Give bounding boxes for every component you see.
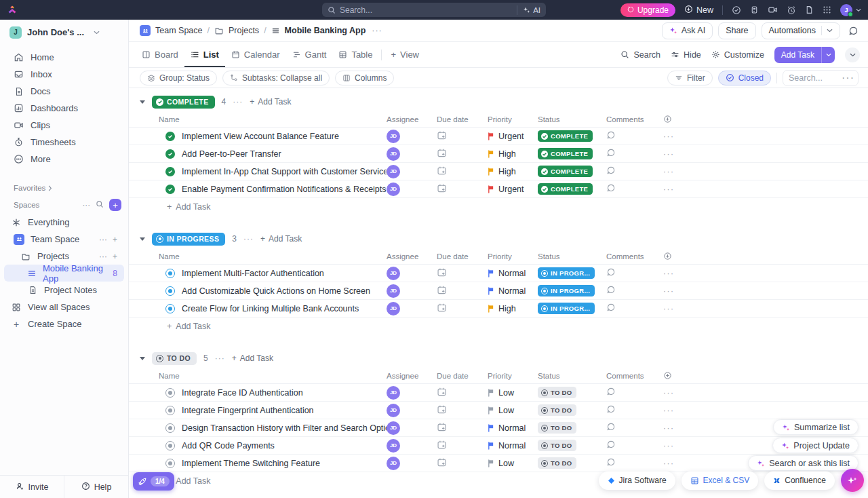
jira-software-button[interactable]: Jira Software	[599, 472, 675, 490]
task-name-cell[interactable]: Implement In-App Chat Support with Custo…	[165, 167, 387, 176]
trial-progress-badge[interactable]: 1/4	[133, 472, 174, 491]
status-badge[interactable]: IN PROGR...	[538, 267, 595, 279]
favorites-section[interactable]: Favorites	[0, 180, 128, 196]
confluence-button[interactable]: Confluence	[764, 472, 835, 490]
task-status-icon[interactable]	[165, 185, 175, 194]
priority-cell[interactable]: Normal	[488, 286, 538, 296]
priority-cell[interactable]: Normal	[488, 269, 538, 278]
status-badge[interactable]: IN PROGR...	[538, 303, 595, 314]
row-menu-icon[interactable]: ···	[663, 167, 684, 176]
ask-ai-button[interactable]: Ask AI	[662, 22, 713, 39]
list-search-button[interactable]: Search	[620, 50, 660, 60]
row-menu-icon[interactable]: ···	[663, 304, 684, 313]
task-name[interactable]: Enable Payment Confirmation Notification…	[182, 185, 387, 194]
column-comments[interactable]: Comments	[606, 252, 663, 261]
task-name[interactable]: Implement View Account Balance Feature	[182, 132, 339, 141]
task-name[interactable]: Implement In-App Chat Support with Custo…	[182, 167, 387, 176]
tab-table[interactable]: Table	[332, 42, 378, 67]
sidebar-item-team-space[interactable]: Team Space ···+	[4, 231, 124, 248]
task-row[interactable]: Implement View Account Balance Feature J…	[129, 128, 868, 145]
sidebar-item-project-notes[interactable]: Project Notes	[4, 282, 124, 299]
task-name-cell[interactable]: Add QR Code Payments	[165, 441, 387, 451]
status-cell[interactable]: COMPLETE	[538, 166, 606, 177]
due-date-cell[interactable]	[437, 422, 488, 434]
column-comments[interactable]: Comments	[606, 115, 663, 123]
sidebar-item-timesheets[interactable]: Timesheets	[0, 134, 128, 151]
task-status-icon[interactable]	[165, 423, 175, 433]
column-due-date[interactable]: Due date	[437, 115, 488, 123]
group-more-icon[interactable]: ···	[215, 353, 225, 363]
sidebar-item-clips[interactable]: Clips	[0, 117, 128, 134]
task-status-icon[interactable]	[165, 406, 175, 415]
status-badge[interactable]: TO DO	[538, 457, 576, 469]
task-name[interactable]: Add Peer-to-Peer Transfer	[182, 149, 281, 159]
status-badge[interactable]: TO DO	[538, 422, 576, 434]
topbar-ai-button[interactable]: AI	[517, 5, 540, 15]
task-name[interactable]: Create Flow for Linking Multiple Bank Ac…	[182, 304, 359, 313]
assignee-cell[interactable]: JD	[387, 457, 437, 470]
task-row[interactable]: Integrate Fingerprint Authentication JD …	[129, 402, 868, 419]
upgrade-button[interactable]: Upgrade	[620, 3, 675, 17]
status-cell[interactable]: TO DO	[538, 422, 606, 434]
customize-button[interactable]: Customize	[711, 50, 764, 60]
team-space-add-icon[interactable]: +	[113, 235, 117, 244]
add-task-button[interactable]: Add Task	[774, 47, 835, 63]
notepad-icon[interactable]	[750, 5, 759, 14]
sidebar-item-everything[interactable]: Everything	[4, 214, 124, 231]
status-cell[interactable]: TO DO	[538, 457, 606, 470]
priority-cell[interactable]: Normal	[488, 423, 538, 433]
due-date-cell[interactable]	[437, 148, 488, 160]
subtasks-button[interactable]: Subtasks: Collapse all	[222, 71, 330, 85]
comments-cell[interactable]	[606, 303, 663, 314]
task-name[interactable]: Add Customizable Quick Actions on Home S…	[182, 286, 370, 296]
comments-cell[interactable]	[606, 148, 663, 159]
comments-cell[interactable]	[606, 285, 663, 296]
task-status-icon[interactable]	[165, 167, 175, 176]
status-badge[interactable]: TO DO	[538, 404, 576, 416]
column-assignee[interactable]: Assignee	[387, 115, 437, 123]
task-row[interactable]: Add Peer-to-Peer Transfer JD High COMPLE…	[129, 145, 868, 163]
status-cell[interactable]: IN PROGR...	[538, 285, 606, 297]
due-date-cell[interactable]	[437, 303, 488, 315]
group-more-icon[interactable]: ···	[243, 234, 254, 244]
projects-more-icon[interactable]: ···	[99, 252, 107, 261]
filter-button[interactable]: Filter	[667, 71, 713, 85]
column-name[interactable]: Name	[159, 252, 387, 261]
sidebar-item-dashboards[interactable]: Dashboards	[0, 100, 128, 117]
group-status-badge[interactable]: TO DO	[152, 352, 197, 365]
status-cell[interactable]: IN PROGR...	[538, 303, 606, 315]
assignee-cell[interactable]: JD	[387, 404, 437, 417]
assignee-avatar[interactable]: JD	[387, 165, 400, 178]
sidebar-item-docs[interactable]: Docs	[0, 83, 128, 100]
column-status[interactable]: Status	[538, 252, 606, 261]
projects-add-icon[interactable]: +	[113, 252, 117, 261]
due-date-cell[interactable]	[437, 267, 488, 280]
status-badge[interactable]: IN PROGR...	[538, 285, 595, 296]
row-menu-icon[interactable]: ···	[663, 132, 684, 141]
task-row[interactable]: Implement Multi-Factor Authentication JD…	[129, 265, 868, 282]
tab-gantt[interactable]: Gantt	[286, 42, 333, 67]
assignee-avatar[interactable]: JD	[387, 386, 400, 400]
assignee-cell[interactable]: JD	[387, 284, 437, 298]
comments-cell[interactable]	[606, 387, 663, 398]
columns-button[interactable]: Columns	[335, 71, 394, 85]
assignee-avatar[interactable]: JD	[387, 267, 400, 280]
column-name[interactable]: Name	[159, 372, 387, 380]
breadcrumb-projects[interactable]: Projects	[229, 26, 259, 35]
group-status-badge[interactable]: COMPLETE	[152, 96, 215, 109]
comments-icon[interactable]	[848, 26, 859, 36]
status-badge[interactable]: COMPLETE	[538, 130, 593, 142]
task-row[interactable]: Integrate Face ID Authentication JD Low …	[129, 384, 868, 402]
assignee-avatar[interactable]: JD	[387, 457, 400, 470]
priority-cell[interactable]: Low	[488, 406, 538, 415]
row-menu-icon[interactable]: ···	[663, 286, 684, 296]
comments-cell[interactable]	[606, 183, 663, 195]
task-name-cell[interactable]: Create Flow for Linking Multiple Bank Ac…	[165, 304, 387, 313]
column-due-date[interactable]: Due date	[437, 372, 488, 380]
assignee-avatar[interactable]: JD	[387, 130, 400, 143]
comments-cell[interactable]	[606, 404, 663, 416]
assignee-cell[interactable]: JD	[387, 439, 437, 453]
collapse-caret-icon[interactable]	[140, 100, 145, 104]
comments-cell[interactable]	[606, 440, 663, 451]
column-assignee[interactable]: Assignee	[387, 372, 437, 380]
